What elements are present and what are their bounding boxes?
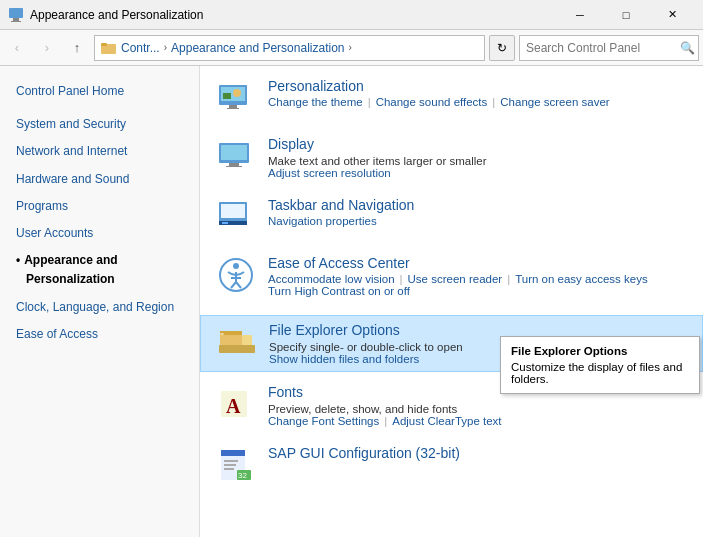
svg-rect-14 [226, 166, 242, 167]
content-area: Personalization Change the theme | Chang… [200, 66, 703, 537]
search-icon: 🔍 [680, 41, 695, 55]
svg-rect-13 [229, 163, 239, 166]
ease-of-access-title[interactable]: Ease of Access Center [268, 255, 410, 271]
display-icon [216, 136, 256, 176]
taskbar-body: Taskbar and Navigation Navigation proper… [268, 197, 414, 227]
svg-line-23 [231, 282, 236, 288]
sidebar-item-clock-language[interactable]: Clock, Language, and Region [0, 294, 199, 321]
link-high-contrast[interactable]: Turn High Contrast on or off [268, 285, 410, 297]
bullet-icon: • [16, 251, 20, 270]
file-explorer-subtext: Specify single- or double-click to open [269, 341, 463, 353]
svg-rect-29 [219, 345, 255, 353]
link-change-theme[interactable]: Change the theme [268, 96, 363, 108]
svg-rect-12 [221, 145, 247, 160]
folder-icon [101, 40, 117, 56]
refresh-button[interactable]: ↻ [489, 35, 515, 61]
sidebar-item-network-internet[interactable]: Network and Internet [0, 138, 199, 165]
link-change-font-settings[interactable]: Change Font Settings [268, 415, 379, 427]
ease-of-access-links: Accommodate low vision | Use screen read… [268, 273, 648, 285]
link-turn-on-easy-access-keys[interactable]: Turn on easy access keys [515, 273, 648, 285]
sidebar-item-ease-of-access[interactable]: Ease of Access [0, 321, 199, 348]
tooltip-title: File Explorer Options [511, 345, 689, 357]
svg-rect-10 [227, 108, 239, 109]
window-controls: ─ □ ✕ [557, 0, 695, 30]
svg-point-8 [233, 89, 241, 97]
svg-rect-1 [13, 18, 19, 21]
link-navigation-properties[interactable]: Navigation properties [268, 215, 377, 227]
fonts-title[interactable]: Fonts [268, 384, 303, 400]
sidebar-item-programs[interactable]: Programs [0, 193, 199, 220]
search-box: 🔍 [519, 35, 699, 61]
taskbar-icon [216, 197, 256, 237]
sap-gui-title[interactable]: SAP GUI Configuration (32-bit) [268, 445, 460, 461]
link-accommodate-low-vision[interactable]: Accommodate low vision [268, 273, 395, 285]
link-screen-resolution[interactable]: Adjust screen resolution [268, 167, 391, 179]
svg-text:A: A [226, 395, 241, 417]
link-change-screensaver[interactable]: Change screen saver [500, 96, 609, 108]
svg-text:32: 32 [238, 471, 247, 480]
link-use-screen-reader[interactable]: Use screen reader [408, 273, 503, 285]
forward-button[interactable]: › [34, 35, 60, 61]
fonts-body: Fonts Preview, delete, show, and hide fo… [268, 384, 502, 427]
file-explorer-icon [217, 322, 257, 362]
svg-line-24 [236, 282, 241, 288]
svg-rect-36 [224, 468, 234, 470]
sap-gui-body: SAP GUI Configuration (32-bit) [268, 445, 460, 463]
breadcrumb-item-contr[interactable]: Contr... [121, 41, 160, 55]
address-bar: ‹ › ↑ Contr... › Appearance and Personal… [0, 30, 703, 66]
svg-rect-17 [221, 204, 245, 218]
minimize-button[interactable]: ─ [557, 0, 603, 30]
breadcrumb-item-appearance[interactable]: Appearance and Personalization [171, 41, 344, 55]
display-subtext: Make text and other items larger or smal… [268, 155, 487, 167]
link-change-sound[interactable]: Change sound effects [376, 96, 488, 108]
link-show-hidden-files[interactable]: Show hidden files and folders [269, 353, 419, 365]
display-title[interactable]: Display [268, 136, 314, 152]
sidebar-item-user-accounts[interactable]: User Accounts [0, 220, 199, 247]
breadcrumb: Contr... › Appearance and Personalizatio… [94, 35, 485, 61]
display-body: Display Make text and other items larger… [268, 136, 487, 179]
section-personalization: Personalization Change the theme | Chang… [216, 78, 687, 118]
section-ease-of-access: Ease of Access Center Accommodate low vi… [216, 255, 687, 297]
personalization-title[interactable]: Personalization [268, 78, 364, 94]
section-display: Display Make text and other items larger… [216, 136, 687, 179]
sap-gui-icon: 32 [216, 445, 256, 485]
svg-rect-4 [101, 43, 107, 46]
fonts-links: Change Font Settings | Adjust ClearType … [268, 415, 502, 427]
ease-of-access-links2: Turn High Contrast on or off [268, 285, 648, 297]
fonts-icon: A [216, 384, 256, 424]
svg-rect-33 [221, 450, 245, 456]
svg-rect-2 [11, 21, 21, 22]
taskbar-links: Navigation properties [268, 215, 414, 227]
search-input[interactable] [526, 41, 676, 55]
taskbar-title[interactable]: Taskbar and Navigation [268, 197, 414, 213]
close-button[interactable]: ✕ [649, 0, 695, 30]
fonts-subtext: Preview, delete, show, and hide fonts [268, 403, 502, 415]
svg-rect-7 [223, 93, 231, 99]
file-explorer-title[interactable]: File Explorer Options [269, 322, 400, 338]
back-button[interactable]: ‹ [4, 35, 30, 61]
maximize-button[interactable]: □ [603, 0, 649, 30]
file-explorer-links: Show hidden files and folders [269, 353, 463, 365]
ease-of-access-body: Ease of Access Center Accommodate low vi… [268, 255, 648, 297]
sidebar-item-hardware-sound[interactable]: Hardware and Sound [0, 166, 199, 193]
display-links: Adjust screen resolution [268, 167, 487, 179]
section-taskbar: Taskbar and Navigation Navigation proper… [216, 197, 687, 237]
ease-of-access-icon [216, 255, 256, 295]
sidebar-item-system-security[interactable]: System and Security [0, 111, 199, 138]
tooltip: File Explorer Options Customize the disp… [500, 336, 700, 394]
svg-rect-27 [220, 333, 224, 335]
sidebar-item-control-panel-home[interactable]: Control Panel Home [0, 78, 199, 105]
svg-rect-18 [222, 222, 228, 224]
svg-rect-0 [9, 8, 23, 18]
window-title: Appearance and Personalization [30, 8, 557, 22]
link-adjust-cleartype[interactable]: Adjust ClearType text [392, 415, 501, 427]
section-sap-gui: 32 SAP GUI Configuration (32-bit) [216, 445, 687, 485]
sidebar-item-appearance: •Appearance and Personalization [0, 247, 199, 293]
title-bar-icon [8, 7, 24, 23]
svg-rect-9 [229, 105, 237, 108]
personalization-links: Change the theme | Change sound effects … [268, 96, 610, 108]
svg-rect-34 [224, 460, 238, 462]
svg-point-20 [233, 263, 239, 269]
up-button[interactable]: ↑ [64, 35, 90, 61]
main-layout: Control Panel Home System and Security N… [0, 66, 703, 537]
